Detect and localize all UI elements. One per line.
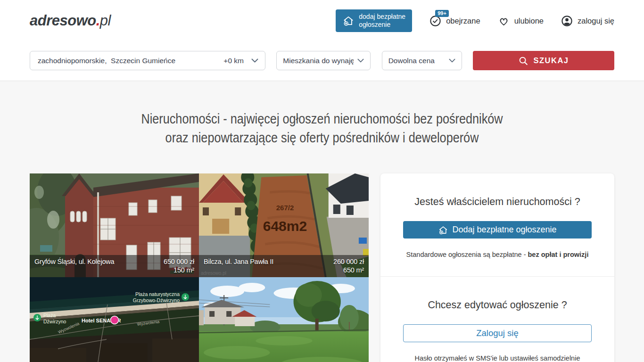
house-plus-icon (438, 225, 448, 235)
listing-price: 260 000 zł (333, 258, 364, 265)
listing-caption: Bilcza, ul. Jana Pawła II 260 000 zł 650… (199, 255, 369, 277)
plot-area-label: 648m2 (263, 218, 307, 234)
chevron-down-icon (449, 58, 455, 63)
page-title-line1: Nieruchomości - najwięcej ogłoszeń nieru… (141, 111, 503, 126)
listing-area: 150 m² (34, 266, 194, 274)
listing-area: 650 m² (204, 266, 364, 274)
map-poi-label: Dźwirzyno (43, 319, 66, 324)
user-icon (561, 15, 573, 27)
sidebar-add-listing-label: Dodaj bezpłatne ogłoszenie (452, 225, 556, 235)
search-icon (518, 56, 528, 66)
map-poi-label: Plaża naturystyczna (135, 291, 180, 297)
search-button[interactable]: SZUKAJ (473, 51, 614, 70)
main-content: Nieruchomości - najwięcej ogłoszeń nieru… (0, 81, 644, 362)
nav-item-favorites[interactable]: ulubione (497, 15, 544, 27)
nav-item-login[interactable]: zaloguj się (561, 15, 614, 27)
login-label: zaloguj się (578, 16, 614, 25)
map-poi-label: Plaża (43, 313, 56, 318)
listing-location: Bilcza, ul. Jana Pawła II (204, 258, 273, 265)
listings-grid: Gryfów Śląski, ul. Kolejowa 650 000 zł 1… (30, 173, 369, 362)
category-select[interactable]: Mieszkania do wynajęc (276, 51, 371, 70)
favorites-label: ulubione (514, 16, 544, 25)
listing-location: Gryfów Śląski, ul. Kolejowa (34, 258, 114, 265)
category-selected-value: Mieszkania do wynajęc (283, 57, 354, 65)
listing-card[interactable]: Gryfów Śląski, ul. Kolejowa 650 000 zł 1… (30, 173, 199, 277)
add-listing-button[interactable]: dodaj bezpłatne ogłoszenie (336, 9, 412, 32)
house-plus-icon (342, 15, 355, 27)
top-bar: adresowo.pl dodaj bezpłatne ogłoszenie (30, 0, 614, 41)
owner-note: Standardowe ogłoszenia są bezpłatne - be… (403, 251, 592, 258)
owner-note-text: Standardowe ogłoszenia są bezpłatne - (406, 251, 528, 258)
top-nav: dodaj bezpłatne ogłoszenie 99+ obejrzane (336, 9, 614, 32)
nav-item-viewed[interactable]: 99+ obejrzane (429, 15, 480, 27)
site-logo[interactable]: adresowo.pl (30, 12, 111, 29)
add-listing-label-line1: dodaj bezpłatne (359, 13, 405, 21)
page-title-line2: oraz niepowtarzające się oferty pośredni… (165, 130, 479, 145)
logo-tld: pl (100, 12, 111, 29)
owner-section: Jesteś właścicielem nieruchomości ? (380, 173, 614, 276)
viewed-label: obejrzane (446, 16, 480, 25)
radius-selector[interactable]: +0 km (223, 57, 244, 65)
listing-price: 650 000 zł (164, 258, 194, 265)
chevron-down-icon (357, 58, 364, 63)
edit-note: Hasło otrzymałeś w SMS'ie lub ustawiłeś … (403, 354, 592, 362)
listing-card[interactable]: Wyzwolenia Wyzwolenia Plaża naturystyczn… (30, 277, 199, 362)
logo-dot: . (96, 12, 100, 29)
page-title: Nieruchomości - najwięcej ogłoszeń nieru… (68, 81, 577, 147)
sidebar-add-listing-button[interactable]: Dodaj bezpłatne ogłoszenie (403, 221, 592, 239)
owner-note-bold: bez opłat i prowizji (528, 251, 589, 258)
location-input[interactable] (37, 56, 220, 66)
page: adresowo.pl dodaj bezpłatne ogłoszenie (0, 0, 644, 362)
edit-title: Chcesz edytować ogłoszenie ? (403, 299, 592, 311)
sidebar-login-button[interactable]: Zaloguj się (403, 324, 592, 342)
add-listing-label-line2: ogłoszenie (359, 21, 405, 29)
viewed-count-badge: 99+ (435, 10, 449, 17)
search-button-label: SZUKAJ (533, 56, 569, 65)
plot-number-label: 267/2 (276, 204, 294, 212)
heart-icon (497, 15, 510, 27)
chevron-down-icon[interactable] (251, 58, 258, 63)
price-select[interactable]: Dowolna cena (382, 51, 462, 70)
logo-name: adresowo (30, 12, 96, 29)
location-field[interactable]: +0 km (30, 51, 265, 70)
edit-section: Chcesz edytować ogłoszenie ? Zaloguj się… (380, 276, 614, 362)
search-bar: +0 km Mieszkania do wynajęc (0, 41, 644, 81)
owner-panel: Jesteś właścicielem nieruchomości ? (380, 173, 614, 362)
listing-photo-meadow (199, 277, 369, 362)
map-poi-label: Grzybowo-Dźwirzyno (133, 297, 180, 303)
price-selected-value: Dowolna cena (388, 57, 435, 65)
listing-card[interactable]: 267/2 648m2 adresowo.pl Bilcza, ul. Jana… (199, 173, 369, 277)
owner-title: Jesteś właścicielem nieruchomości ? (403, 196, 592, 208)
listing-caption: Gryfów Śląski, ul. Kolejowa 650 000 zł 1… (30, 255, 199, 277)
listing-photo-satellite-map: Wyzwolenia Wyzwolenia Plaża naturystyczn… (30, 277, 199, 362)
listing-card[interactable]: Grojec, ul. Regionna 891 000 zł (199, 277, 369, 362)
